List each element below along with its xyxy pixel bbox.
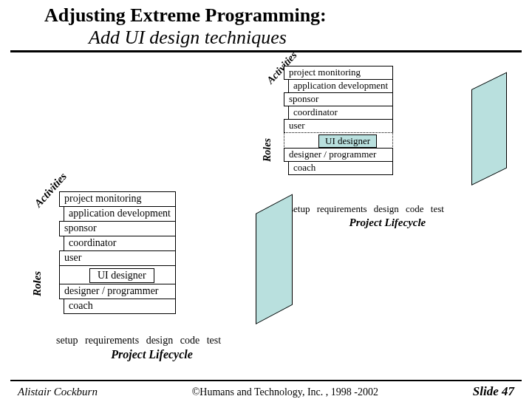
lifecycle-caption: Project Lifecycle [327, 216, 449, 229]
role-layer: designer / programmer [284, 148, 393, 162]
ui-designer-label: UI designer [98, 270, 146, 281]
ui-designer-box: UI designer [318, 134, 377, 148]
role-layer: coordinator [64, 236, 176, 251]
role-layer: designer / programmer [59, 284, 176, 299]
slab-side [471, 72, 507, 185]
activity-layer: application development [64, 206, 176, 222]
lifecycle-phases: setup requirements design code test [56, 335, 225, 347]
role-layer: sponsor [284, 92, 393, 106]
role-layer: coordinator [288, 106, 393, 120]
role-layer: user [59, 250, 176, 266]
phase: design [146, 335, 174, 346]
lifecycle-phases: setup requirements design code test [290, 203, 449, 215]
lifecycle-caption: Project Lifecycle [78, 348, 225, 361]
role-layer: coach [288, 161, 393, 175]
activity-layer: project monitoring [59, 191, 176, 207]
roles-label: Roles [31, 271, 44, 296]
phase: test [207, 335, 221, 346]
footer-slide-number: Slide 47 [473, 384, 514, 399]
ui-designer-label: UI designer [325, 135, 370, 146]
activity-layer: application development [288, 79, 393, 93]
slide-footer: Alistair Cockburn ©Humans and Technology… [10, 380, 522, 399]
activity-layer: project monitoring [284, 66, 393, 80]
phase: design [374, 203, 399, 214]
highlight-row: UI designer [59, 265, 176, 284]
footer-author: Alistair Cockburn [18, 386, 98, 398]
phase: requirements [85, 335, 139, 346]
role-layer: coach [64, 299, 176, 314]
layer-stack: project monitoring application developme… [59, 191, 176, 313]
slide-title-area: Adjusting Extreme Programming: Add UI de… [0, 0, 532, 49]
role-layer: sponsor [59, 221, 176, 236]
phase: code [180, 335, 200, 346]
phase: code [406, 203, 424, 214]
slide-content: Activities Roles project monitoring appl… [0, 52, 532, 363]
roles-label: Roles [262, 138, 273, 162]
phase: setup [290, 203, 310, 214]
lifecycle-block: setup requirements design code test Proj… [56, 335, 225, 361]
slab-side [256, 194, 293, 324]
phase: test [431, 203, 444, 214]
footer-copyright: ©Humans and Technology, Inc. , 1998 -200… [192, 386, 378, 398]
lifecycle-block: setup requirements design code test Proj… [290, 203, 449, 229]
title-line-1: Adjusting Extreme Programming: [44, 4, 502, 27]
highlight-row: UI designer [284, 132, 393, 149]
title-line-2: Add UI design techniques [44, 27, 502, 49]
layer-stack: project monitoring application developme… [284, 66, 393, 174]
role-layer: user [284, 119, 393, 133]
ui-designer-box: UI designer [89, 268, 154, 283]
phase: setup [56, 335, 78, 346]
phase: requirements [317, 203, 367, 214]
